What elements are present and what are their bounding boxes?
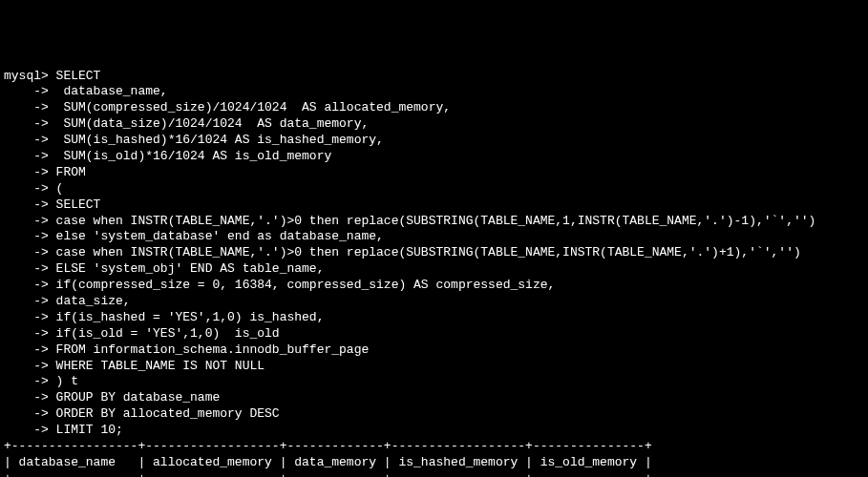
mysql-terminal-output: mysql> SELECT -> database_name, -> SUM(c… [4,69,864,477]
